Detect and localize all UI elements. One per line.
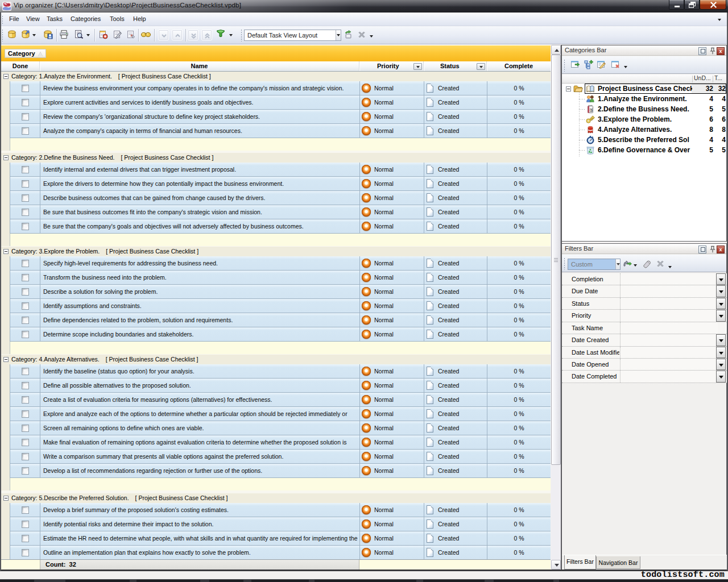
svg-text:5: 5	[590, 109, 592, 112]
